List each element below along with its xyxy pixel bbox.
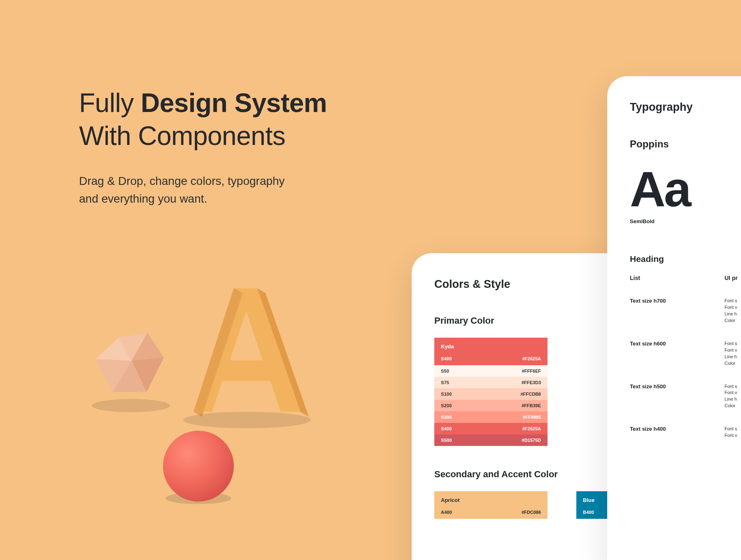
swatch-token: B400 bbox=[583, 510, 594, 515]
primary-swatch-group: Kyda S400#F2625A S50#FFF6EFS75#FFE3D3S10… bbox=[434, 338, 548, 446]
typography-size-table: List UI pr Text size h700Font s Font v L… bbox=[630, 275, 741, 439]
svg-marker-2 bbox=[132, 333, 164, 361]
swatch-hex: #D1575D bbox=[522, 438, 541, 443]
swatch-hex: #F2625A bbox=[522, 426, 541, 431]
hero-line1-pre: Fully bbox=[79, 88, 141, 118]
svg-point-7 bbox=[92, 399, 170, 412]
swatch-hex: #FF9885 bbox=[523, 415, 541, 420]
svg-marker-1 bbox=[119, 333, 147, 361]
shapes-svg bbox=[70, 288, 338, 515]
typo-ui-props: Font s Font v Line h Color bbox=[725, 383, 741, 410]
letter-a-3d bbox=[183, 288, 311, 428]
secondary-a-main: A400#FDC086 bbox=[434, 506, 548, 519]
secondary-a-header: Apricot bbox=[434, 491, 548, 506]
svg-point-9 bbox=[165, 492, 231, 504]
swatch-token: S300 bbox=[441, 415, 452, 420]
swatch-row: S500#D1575D bbox=[434, 434, 548, 446]
swatch-hex: #FDC086 bbox=[522, 510, 541, 515]
swatch-token: S400 bbox=[441, 356, 452, 361]
typo-col-ui: UI pr bbox=[725, 275, 741, 281]
decorative-shapes bbox=[70, 288, 338, 515]
swatch-row: S100#FFCDB8 bbox=[434, 388, 548, 400]
typo-size-label: Text size h600 bbox=[630, 341, 716, 367]
typo-ui-props: Font s Font v Line h Color bbox=[725, 341, 741, 367]
hero-line1-bold: Design System bbox=[141, 88, 327, 118]
secondary-a-group: Apricot A400#FDC086 bbox=[434, 491, 548, 519]
typography-family: Poppins bbox=[630, 138, 741, 150]
typo-ui-props: Font s Font v Line h Color bbox=[725, 298, 741, 324]
swatch-token: S50 bbox=[441, 369, 449, 373]
swatch-token: S75 bbox=[441, 380, 449, 385]
hero-block: Fully Design System With Components Drag… bbox=[79, 86, 327, 208]
svg-marker-0 bbox=[96, 333, 164, 392]
swatch-token: S100 bbox=[441, 392, 452, 397]
swatch-hex: #F2625A bbox=[522, 356, 541, 361]
typography-sample: Aa bbox=[630, 161, 741, 217]
svg-point-10 bbox=[163, 431, 234, 502]
svg-marker-4 bbox=[113, 361, 147, 392]
typography-card-title: Typography bbox=[630, 101, 741, 114]
typo-size-label: Text size h400 bbox=[630, 426, 716, 439]
typo-col-list: List bbox=[630, 275, 716, 281]
hero-line2: With Components bbox=[79, 121, 285, 151]
swatch-hex: #FFE3D3 bbox=[522, 380, 541, 385]
svg-marker-6 bbox=[96, 338, 132, 361]
swatch-token: S500 bbox=[441, 438, 452, 443]
typo-size-label: Text size h500 bbox=[630, 383, 716, 410]
swatch-hex: #FFF6EF bbox=[522, 369, 541, 373]
swatch-hex: #FFCDB8 bbox=[520, 392, 541, 397]
swatch-row: S200#FFB39E bbox=[434, 400, 548, 411]
svg-marker-3 bbox=[132, 357, 164, 392]
swatch-row: S400#F2625A bbox=[434, 423, 548, 434]
typography-heading-label: Heading bbox=[630, 254, 741, 264]
typography-weight: SemiBold bbox=[630, 218, 741, 224]
swatch-row: S50#FFF6EF bbox=[434, 365, 548, 377]
typo-size-label: Text size h700 bbox=[630, 298, 716, 324]
hero-title: Fully Design System With Components bbox=[79, 86, 327, 152]
primary-swatch-main: S400#F2625A bbox=[434, 352, 548, 365]
swatch-row: S75#FFE3D3 bbox=[434, 377, 548, 388]
typography-card: Typography Poppins Aa SemiBold Heading L… bbox=[607, 76, 741, 560]
primary-swatch-header: Kyda bbox=[434, 338, 548, 352]
swatch-token: A400 bbox=[441, 510, 452, 515]
icosahedron-icon bbox=[92, 333, 170, 412]
svg-marker-5 bbox=[96, 359, 132, 392]
swatch-row: S300#FF9885 bbox=[434, 411, 548, 423]
swatch-token: S200 bbox=[441, 403, 452, 408]
typo-ui-props: Font s Font v bbox=[725, 426, 741, 439]
hero-subtitle: Drag & Drop, change colors, typography a… bbox=[79, 172, 327, 208]
sphere-icon bbox=[163, 431, 234, 504]
swatch-hex: #FFB39E bbox=[522, 403, 541, 408]
primary-name: Kyda bbox=[441, 343, 454, 350]
svg-point-8 bbox=[183, 412, 311, 428]
swatch-token: S400 bbox=[441, 426, 452, 431]
